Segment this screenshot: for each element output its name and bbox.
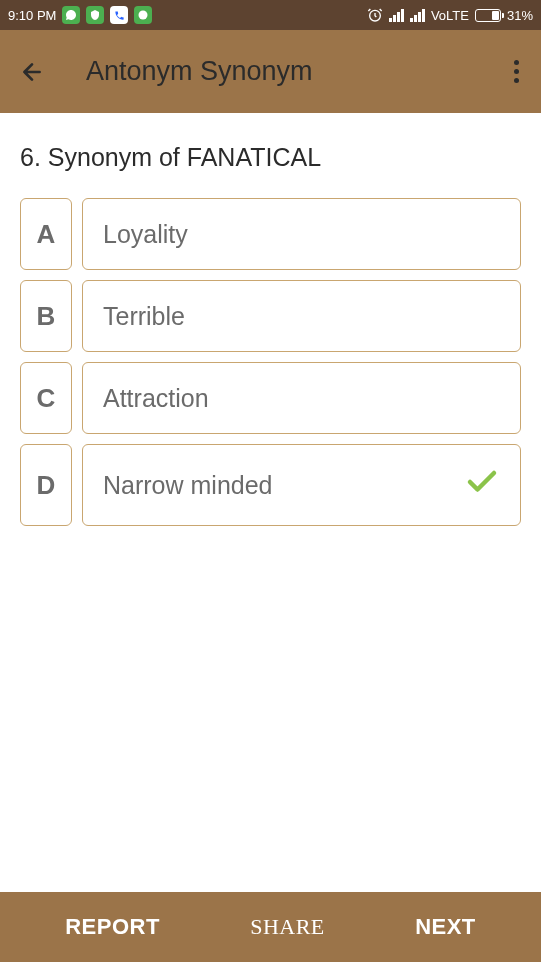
option-letter: D — [20, 444, 72, 526]
option-text: Narrow minded — [82, 444, 521, 526]
arrow-left-icon — [19, 59, 45, 85]
svg-point-0 — [139, 11, 148, 20]
report-button[interactable]: REPORT — [65, 914, 160, 940]
shield-icon — [86, 6, 104, 24]
option-label: Attraction — [103, 384, 209, 413]
alarm-icon — [367, 7, 383, 23]
option-text: Terrible — [82, 280, 521, 352]
whatsapp-icon — [62, 6, 80, 24]
next-button[interactable]: NEXT — [415, 914, 476, 940]
phone-icon — [110, 6, 128, 24]
page-title: Antonym Synonym — [86, 56, 313, 87]
option-letter: A — [20, 198, 72, 270]
network-label: VoLTE — [431, 8, 469, 23]
option-label: Loyality — [103, 220, 188, 249]
signal-icon-1 — [389, 9, 404, 22]
more-menu-button[interactable] — [514, 60, 519, 83]
option-text: Loyality — [82, 198, 521, 270]
question-number: 6. — [20, 143, 41, 171]
status-left: 9:10 PM — [8, 6, 152, 24]
option-row-a[interactable]: A Loyality — [20, 198, 521, 270]
option-label: Terrible — [103, 302, 185, 331]
chat-icon — [134, 6, 152, 24]
share-button[interactable]: SHARE — [250, 914, 325, 940]
more-vert-icon — [514, 78, 519, 83]
question-body: Synonym of FANATICAL — [48, 143, 321, 171]
option-label: Narrow minded — [103, 471, 273, 500]
check-icon — [464, 464, 500, 506]
more-vert-icon — [514, 60, 519, 65]
battery-percent: 31% — [507, 8, 533, 23]
more-vert-icon — [514, 69, 519, 74]
option-row-b[interactable]: B Terrible — [20, 280, 521, 352]
battery-icon — [475, 9, 501, 22]
option-row-d[interactable]: D Narrow minded — [20, 444, 521, 526]
option-row-c[interactable]: C Attraction — [20, 362, 521, 434]
option-letter: B — [20, 280, 72, 352]
status-bar: 9:10 PM VoLTE 31% — [0, 0, 541, 30]
signal-icon-2 — [410, 9, 425, 22]
status-right: VoLTE 31% — [367, 7, 533, 23]
option-text: Attraction — [82, 362, 521, 434]
option-letter: C — [20, 362, 72, 434]
app-bar: Antonym Synonym — [0, 30, 541, 113]
back-button[interactable] — [18, 58, 46, 86]
question-text: 6. Synonym of FANATICAL — [20, 143, 521, 172]
content-area: 6. Synonym of FANATICAL A Loyality B Ter… — [0, 113, 541, 566]
status-time: 9:10 PM — [8, 8, 56, 23]
bottom-bar: REPORT SHARE NEXT — [0, 892, 541, 962]
